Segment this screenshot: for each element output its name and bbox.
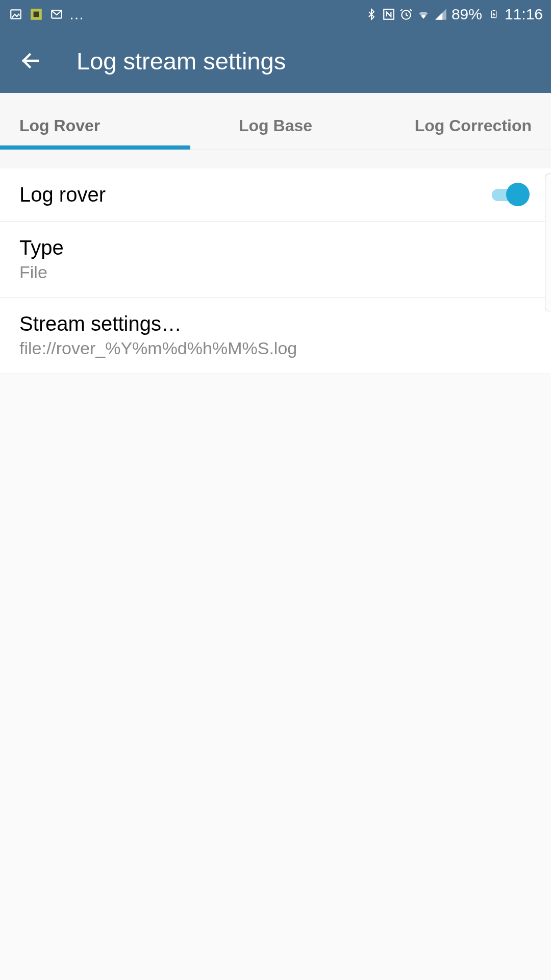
gmail-notification-icon: [50, 8, 63, 21]
status-bar: … 89% 11:16: [0, 0, 551, 29]
setting-value: file://rover_%Y%m%d%h%M%S.log: [19, 338, 297, 358]
log-rover-switch[interactable]: [492, 183, 530, 206]
section-spacer: [0, 150, 551, 168]
page-title: Log stream settings: [77, 47, 286, 75]
tab-label: Log Rover: [19, 116, 100, 135]
status-bar-right-icons: 89% 11:16: [365, 6, 543, 23]
app-notification-icon: [30, 8, 43, 21]
battery-percentage-text: 89%: [452, 6, 482, 23]
settings-list: Log rover Type File Stream settings… fil…: [0, 150, 551, 374]
svg-rect-2: [34, 12, 39, 17]
clock-text: 11:16: [505, 6, 543, 23]
nfc-icon: [382, 8, 395, 21]
bluetooth-icon: [365, 8, 378, 21]
wifi-icon: [417, 8, 430, 21]
back-button[interactable]: [18, 48, 43, 73]
battery-charging-icon: [487, 8, 500, 21]
setting-title: Stream settings…: [19, 312, 182, 335]
more-notifications-icon: …: [70, 8, 84, 21]
setting-stream[interactable]: Stream settings… file://rover_%Y%m%d%h%M…: [0, 298, 551, 374]
tab-label: Log Correction: [415, 116, 532, 135]
scroll-indicator[interactable]: [545, 174, 551, 311]
signal-icon: [434, 8, 447, 21]
app-bar: Log stream settings: [0, 29, 551, 93]
tab-bar: Log Rover Log Base Log Correction: [0, 93, 551, 150]
tab-label: Log Base: [239, 116, 312, 135]
tab-log-rover[interactable]: Log Rover: [0, 116, 190, 150]
tab-log-base[interactable]: Log Base: [190, 116, 361, 150]
setting-title: Log rover: [19, 183, 106, 206]
tab-log-correction[interactable]: Log Correction: [361, 116, 551, 150]
setting-log-rover-toggle[interactable]: Log rover: [0, 168, 551, 222]
alarm-icon: [399, 8, 413, 21]
setting-title: Type: [19, 236, 64, 259]
status-bar-left-icons: …: [9, 8, 84, 21]
gallery-notification-icon: [9, 8, 22, 21]
setting-value: File: [19, 262, 47, 282]
setting-type[interactable]: Type File: [0, 222, 551, 298]
svg-rect-7: [493, 10, 495, 11]
